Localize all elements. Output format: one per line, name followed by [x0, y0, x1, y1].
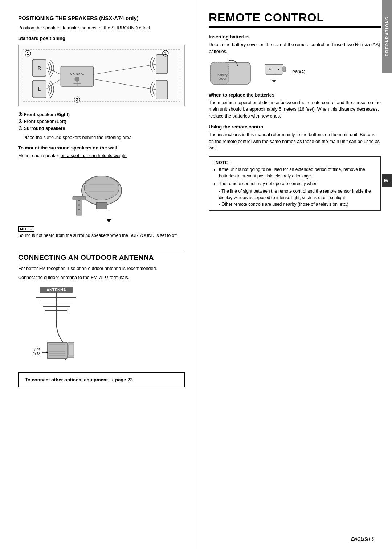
using-remote-text: The instructions in this manual refer ma… — [209, 131, 381, 152]
svg-text:3: 3 — [164, 52, 167, 56]
svg-rect-27 — [96, 202, 107, 209]
inserting-batteries-text: Detach the battery cover on the rear of … — [209, 41, 381, 55]
svg-rect-56 — [68, 355, 74, 358]
antenna-title: CONNECTING AN OUTDOOR ANTENNA — [18, 254, 185, 262]
surround-note-box: NOTE Sound is not heard from the surroun… — [18, 226, 185, 239]
speaker-item-2: ② Front speaker (Left) — [18, 118, 185, 125]
r6-label-area: R6(AA) — [292, 69, 305, 77]
svg-rect-29 — [73, 196, 86, 200]
wall-mount-text: Mount each speaker on a spot that can ho… — [18, 152, 185, 159]
antenna-text1: For better FM reception, use of an outdo… — [18, 265, 185, 272]
antenna-text2: Connect the outdoor antenna to the FM 75… — [18, 274, 185, 281]
right-column: PREPARATIONS En REMOTE CONTROL Inserting… — [196, 0, 392, 549]
svg-marker-66 — [272, 80, 276, 83]
preparations-tab: PREPARATIONS — [382, 0, 392, 73]
svg-text:L: L — [38, 86, 41, 92]
surround-speaker-image-area — [18, 164, 185, 222]
svg-rect-61 — [265, 64, 283, 74]
footer-note-text: To connect other optional equipment → pa… — [25, 377, 134, 382]
when-to-replace-text: The maximum operational distance between… — [209, 99, 381, 120]
svg-text:ANTENNA: ANTENNA — [46, 288, 66, 292]
note-text-1: Sound is not heard from the surround spe… — [18, 233, 185, 239]
positioning-title: POSITIONING THE SPEAKERS (NSX-A74 only) — [18, 15, 185, 22]
speaker-diagram: 1 R CX-NA71 2 — [18, 45, 185, 106]
positioning-intro: Position the speakers to make the most o… — [18, 25, 185, 32]
svg-rect-17 — [156, 80, 168, 99]
note-label-remote: NOTE — [214, 160, 230, 165]
surround-note: Place the surround speakers behind the l… — [23, 134, 185, 141]
antenna-svg: ANTENNA — [25, 286, 127, 366]
svg-line-21 — [93, 79, 156, 90]
note-dash-1: The line of sight between the remote con… — [219, 188, 376, 201]
svg-point-34 — [78, 209, 80, 210]
battery-insert-svg: + - — [260, 59, 289, 88]
svg-text:2: 2 — [76, 98, 78, 102]
speaker-item-3: ③ Surround speakers — [18, 125, 185, 132]
svg-text:75 Ω: 75 Ω — [32, 352, 40, 356]
speaker-svg: 1 R CX-NA71 2 — [21, 48, 181, 103]
standard-positioning-label: Standard positioning — [18, 36, 185, 41]
note-bullets-list: If the unit is not going to be used for … — [219, 166, 376, 187]
positioning-section: POSITIONING THE SPEAKERS (NSX-A74 only) … — [18, 15, 185, 239]
svg-rect-55 — [68, 342, 74, 345]
note-dash-2: Other remote controls are used nearby (t… — [219, 201, 376, 208]
svg-text:CX-NA71: CX-NA71 — [70, 72, 84, 75]
svg-text:-: - — [278, 67, 279, 72]
when-to-replace-title: When to replace the batteries — [209, 92, 381, 98]
page-label: ENGLISH 6 — [351, 537, 374, 542]
antenna-section: CONNECTING AN OUTDOOR ANTENNA For better… — [18, 250, 185, 388]
inserting-batteries-section: Inserting batteries Detach the battery c… — [209, 34, 381, 88]
surround-speaker-svg — [65, 164, 138, 222]
svg-text:cover: cover — [219, 77, 226, 81]
battery-diagram-area: battery cover + - R6(AA) — [209, 59, 381, 88]
preparations-tab-label: PREPARATIONS — [385, 16, 389, 56]
note-box-remote: NOTE If the unit is not going to be used… — [209, 156, 381, 211]
en-tab: En — [382, 174, 392, 187]
note-label-1: NOTE — [18, 226, 34, 232]
speaker-list: ① Front speaker (Right) ② Front speaker … — [18, 111, 185, 132]
page-title: REMOTE CONTROL — [209, 11, 381, 28]
svg-text:battery: battery — [217, 73, 228, 77]
svg-marker-31 — [106, 219, 111, 222]
svg-rect-14 — [156, 55, 168, 74]
svg-line-20 — [93, 64, 156, 74]
using-remote-title: Using the remote control — [209, 124, 381, 130]
note-bullet-1: If the unit is not going to be used for … — [219, 166, 376, 179]
svg-rect-62 — [283, 67, 286, 72]
speaker-item-1: ① Front speaker (Right) — [18, 111, 185, 118]
using-remote-section: Using the remote control The instruction… — [209, 124, 381, 152]
page-container: POSITIONING THE SPEAKERS (NSX-A74 only) … — [0, 0, 392, 549]
note-dashes-list: The line of sight between the remote con… — [219, 188, 376, 208]
inserting-batteries-title: Inserting batteries — [209, 34, 381, 40]
svg-text:FM: FM — [34, 347, 40, 351]
footer-note: To connect other optional equipment → pa… — [18, 372, 185, 387]
en-tab-label: En — [384, 178, 389, 183]
svg-text:1: 1 — [27, 52, 29, 56]
svg-text:+: + — [269, 67, 271, 72]
note-bullet-2: The remote control may not operate corre… — [219, 180, 376, 187]
svg-point-7 — [74, 77, 79, 82]
svg-point-32 — [78, 200, 80, 201]
svg-text:R: R — [37, 65, 41, 71]
r6-label: R6(AA) — [292, 69, 305, 75]
wall-mount-title: To mount the surround speakers on the wa… — [18, 145, 185, 151]
svg-line-18 — [46, 68, 61, 74]
antenna-diagram: ANTENNA — [25, 286, 185, 366]
battery-cover-svg: battery cover — [209, 59, 256, 88]
svg-point-33 — [78, 204, 80, 206]
when-to-replace-section: When to replace the batteries The maximu… — [209, 92, 381, 120]
left-column: POSITIONING THE SPEAKERS (NSX-A74 only) … — [0, 0, 196, 549]
